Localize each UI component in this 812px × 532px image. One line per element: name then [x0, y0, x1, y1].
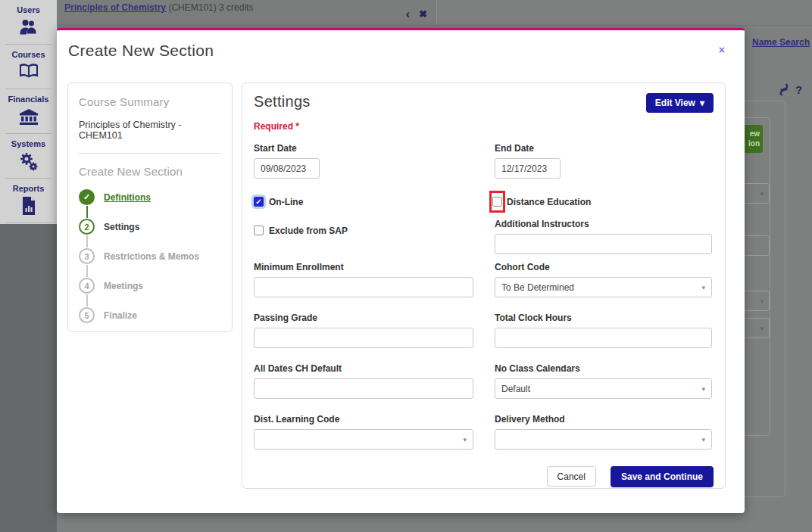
distance-education-checkbox[interactable]: [492, 197, 502, 207]
sidebar-item-systems[interactable]: Systems: [0, 134, 57, 178]
additional-instructors-field: Additional Instructors: [495, 219, 712, 254]
divider: [79, 153, 221, 154]
exclude-sap-label: Exclude from SAP: [269, 226, 348, 236]
step-connector: [86, 294, 88, 306]
sidebar: Users Courses Financials: [0, 0, 57, 532]
all-dates-ch-default-input[interactable]: [254, 378, 473, 399]
dist-learning-code-select[interactable]: ▾: [254, 429, 473, 450]
online-field: ✓ On-Line: [254, 191, 473, 213]
passing-grade-field: Passing Grade: [254, 313, 473, 348]
step-restrictions-memos: 3 Restrictions & Memos: [79, 248, 221, 264]
steps-heading: Create New Section: [79, 165, 221, 178]
distance-education-field: Distance Education: [495, 191, 712, 213]
required-note: Required *: [254, 121, 714, 132]
total-clock-hours-input[interactable]: [495, 328, 712, 348]
caret-down-icon: ▾: [760, 325, 764, 332]
step-connector: [86, 206, 88, 218]
delivery-method-select[interactable]: ▾: [495, 429, 712, 450]
wizard-stepper: ✓ Definitions 2 Settings 3 Restrictions …: [79, 189, 221, 323]
end-date-label: End Date: [495, 143, 712, 154]
step-number: 2: [79, 219, 95, 235]
step-number: 5: [79, 307, 95, 323]
step-definitions: ✓ Definitions: [79, 189, 221, 205]
bank-icon: [18, 107, 39, 126]
caret-down-icon: ▾: [463, 436, 467, 443]
modal-title: Create New Section: [68, 42, 214, 60]
course-summary-panel: Course Summary Principles of Chemistry -…: [67, 82, 233, 332]
settings-heading: Settings: [254, 93, 311, 110]
no-class-calendars-label: No Class Calendars: [495, 363, 712, 374]
start-date-input[interactable]: [254, 158, 320, 179]
step-meetings-label: Meetings: [104, 281, 143, 291]
sidebar-item-label: Users: [0, 5, 57, 14]
caret-down-icon: ▾: [701, 284, 705, 291]
help-icon: ?: [795, 83, 802, 96]
step-restrictions-label: Restrictions & Memos: [104, 251, 199, 262]
caret-down-icon: ▾: [700, 98, 704, 108]
chevron-left-icon: ‹: [406, 9, 410, 20]
start-date-field: Start Date: [254, 143, 473, 179]
step-settings-label: Settings: [104, 222, 139, 232]
course-summary-name: Principles of Chemistry - CHEM101: [79, 120, 221, 141]
caret-down-icon: ▾: [701, 385, 705, 393]
cohort-code-label: Cohort Code: [495, 262, 712, 272]
step-settings: 2 Settings: [79, 219, 221, 235]
minimum-enrollment-label: Minimum Enrollment: [254, 262, 473, 272]
book-icon: [18, 62, 39, 80]
step-connector: [86, 235, 88, 247]
online-label: On-Line: [269, 197, 303, 207]
minimum-enrollment-field: Minimum Enrollment: [254, 262, 473, 297]
sidebar-item-reports[interactable]: Reports: [0, 179, 57, 222]
course-topbar: Principles of Chemistry (CHEM101) 3 cred…: [57, 0, 437, 25]
sidebar-divider: [5, 222, 52, 223]
additional-instructors-input[interactable]: [495, 234, 712, 254]
minimum-enrollment-input[interactable]: [254, 277, 473, 297]
link-icon: [778, 83, 790, 96]
sidebar-item-users[interactable]: Users: [0, 0, 57, 44]
step-meetings: 4 Meetings: [79, 278, 221, 294]
settings-panel: Settings Edit View ▾ Required * Start Da…: [242, 82, 726, 489]
total-clock-hours-field: Total Clock Hours: [495, 313, 712, 348]
online-checkbox[interactable]: ✓: [254, 197, 264, 207]
sidebar-item-label: Systems: [0, 139, 57, 148]
exclude-sap-checkbox[interactable]: [254, 226, 264, 235]
no-class-calendars-select[interactable]: Default ▾: [495, 378, 712, 399]
passing-grade-input[interactable]: [254, 328, 473, 348]
step-connector: [86, 265, 88, 277]
name-search-link: Name Search: [752, 37, 810, 48]
step-definitions-link[interactable]: Definitions: [104, 192, 151, 203]
highlight-box: [489, 191, 505, 213]
dist-learning-code-field: Dist. Learning Code ▾: [254, 414, 473, 450]
step-check-icon: ✓: [79, 189, 95, 205]
caret-down-icon: ▾: [760, 297, 764, 305]
sidebar-item-financials[interactable]: Financials: [0, 89, 57, 133]
start-date-label: Start Date: [254, 143, 473, 154]
end-date-input[interactable]: [495, 158, 561, 179]
close-tab-icon: ✖: [419, 9, 427, 20]
passing-grade-label: Passing Grade: [254, 313, 473, 323]
end-date-field: End Date: [495, 143, 712, 179]
course-summary-heading: Course Summary: [79, 95, 221, 108]
sidebar-item-courses[interactable]: Courses: [0, 45, 57, 89]
total-clock-hours-label: Total Clock Hours: [495, 313, 712, 323]
cohort-code-select[interactable]: To Be Determined ▾: [495, 277, 712, 297]
all-dates-ch-default-label: All Dates CH Default: [254, 363, 473, 374]
users-icon: [17, 17, 40, 37]
cancel-button[interactable]: Cancel: [547, 466, 596, 487]
exclude-sap-field: Exclude from SAP: [254, 219, 473, 254]
modal-close-icon[interactable]: ×: [719, 45, 725, 55]
sidebar-nav: Users Courses Financials: [0, 0, 57, 224]
edit-view-button[interactable]: Edit View ▾: [646, 93, 714, 113]
caret-down-icon: ▾: [760, 190, 764, 198]
delivery-method-label: Delivery Method: [495, 414, 712, 425]
sidebar-item-label: Financials: [0, 95, 57, 104]
distance-education-label: Distance Education: [507, 197, 591, 207]
step-number: 4: [79, 278, 95, 294]
step-finalize: 5 Finalize: [79, 307, 221, 323]
course-title-suffix: (CHEM101) 3 credits: [166, 2, 253, 13]
topbar-divider: [57, 25, 812, 26]
all-dates-ch-default-field: All Dates CH Default: [254, 363, 473, 399]
sidebar-item-label: Reports: [0, 184, 57, 193]
course-title: Principles of Chemistry (CHEM101) 3 cred…: [64, 2, 253, 13]
save-and-continue-button[interactable]: Save and Continue: [611, 466, 714, 487]
